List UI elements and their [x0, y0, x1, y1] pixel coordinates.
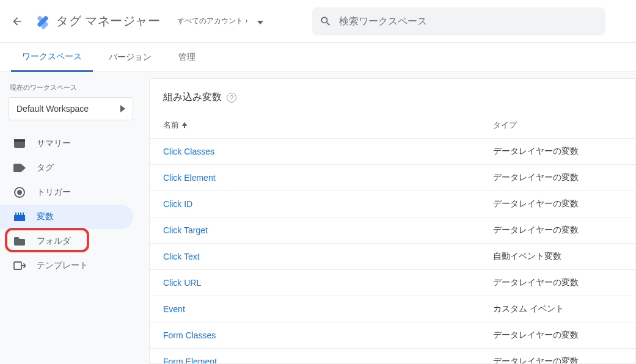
current-workspace-label: 現在のワークスペース [0, 79, 142, 97]
variable-type: データレイヤーの変数 [493, 277, 622, 288]
sidebar-item-variables[interactable]: 変数 [0, 205, 133, 229]
main-panel: 組み込み変数 ? 名前 タイプ Click Classesデータレイヤーの変数C… [149, 78, 636, 364]
sidebar-item-folders[interactable]: フォルダ [0, 229, 133, 253]
table-row: Click URLデータレイヤーの変数 [150, 269, 635, 296]
tab-workspace[interactable]: ワークスペース [11, 43, 93, 72]
account-dropdown-caret[interactable] [257, 16, 263, 27]
svg-rect-4 [14, 139, 25, 142]
table-row: Eventカスタム イベント [150, 296, 635, 322]
table-row: Click Elementデータレイヤーの変数 [150, 164, 635, 191]
variable-name-link[interactable]: Click Classes [163, 147, 493, 156]
sidebar-item-summary[interactable]: サマリー [0, 131, 133, 156]
sidebar-item-label: サマリー [37, 138, 71, 149]
chevron-right-icon [120, 105, 125, 112]
tag-manager-logo-icon [34, 13, 51, 30]
sort-asc-icon [181, 122, 188, 128]
back-button[interactable] [5, 9, 29, 34]
template-icon [13, 260, 26, 272]
table-body: Click Classesデータレイヤーの変数Click Elementデータレ… [150, 138, 635, 364]
table-row: Form Classesデータレイヤーの変数 [150, 322, 635, 348]
variable-name-link[interactable]: Click ID [163, 199, 493, 209]
breadcrumb-parent: すべてのアカウント › [177, 16, 247, 26]
variable-name-link[interactable]: Form Classes [163, 330, 493, 340]
folder-icon [13, 235, 26, 247]
account-breadcrumb[interactable]: すべてのアカウント › [177, 16, 247, 26]
summary-icon [13, 137, 26, 150]
variable-name-link[interactable]: Event [163, 304, 493, 314]
variable-icon [13, 211, 26, 223]
variable-type: データレイヤーの変数 [493, 146, 622, 157]
sidebar-item-tags[interactable]: タグ [0, 156, 133, 180]
variable-name-link[interactable]: Form Element [163, 357, 493, 364]
table-row: Form Elementデータレイヤーの変数 [150, 348, 635, 364]
sidebar-item-label: テンプレート [37, 260, 88, 271]
content-area: 現在のワークスペース Default Workspace サマリー タグ トリガ… [0, 72, 636, 364]
table-row: Click Targetデータレイヤーの変数 [150, 217, 635, 243]
trigger-icon [13, 186, 26, 198]
svg-point-6 [18, 191, 21, 194]
tab-version[interactable]: バージョン [98, 43, 163, 72]
variable-type: データレイヤーの変数 [493, 172, 622, 183]
variable-type: データレイヤーの変数 [493, 225, 622, 236]
section-title-text: 組み込み変数 [163, 91, 222, 104]
sidebar-item-label: フォルダ [37, 236, 71, 247]
workspace-selector[interactable]: Default Workspace [9, 97, 133, 120]
table-row: Click IDデータレイヤーの変数 [150, 191, 635, 217]
svg-rect-8 [184, 125, 185, 128]
variable-type: データレイヤーの変数 [493, 356, 622, 364]
table-header: 名前 タイプ [150, 109, 635, 138]
variable-type: データレイヤーの変数 [493, 198, 622, 209]
sidebar-item-label: トリガー [37, 187, 71, 198]
variable-type: 自動イベント変数 [493, 251, 622, 262]
workspace-selector-value: Default Workspace [16, 104, 89, 114]
col-header-type[interactable]: タイプ [493, 120, 622, 131]
arrow-left-icon [11, 15, 23, 27]
sidebar: 現在のワークスペース Default Workspace サマリー タグ トリガ… [0, 72, 142, 364]
variable-name-link[interactable]: Click Text [163, 252, 493, 261]
variable-type: データレイヤーの変数 [493, 330, 622, 341]
search-input[interactable] [339, 16, 598, 27]
sidebar-item-label: タグ [37, 162, 54, 173]
variable-type: カスタム イベント [493, 304, 622, 315]
sidebar-item-templates[interactable]: テンプレート [0, 253, 133, 278]
variable-name-link[interactable]: Click Element [163, 173, 493, 183]
section-title: 組み込み変数 ? [150, 79, 635, 109]
search-box[interactable] [312, 7, 605, 35]
caret-down-icon [257, 21, 263, 24]
variable-name-link[interactable]: Click URL [163, 278, 493, 288]
sidebar-item-label: 変数 [37, 211, 54, 222]
table-row: Click Classesデータレイヤーの変数 [150, 138, 635, 164]
table-row: Click Text自動イベント変数 [150, 243, 635, 269]
logo-area[interactable]: タグ マネージャー [34, 13, 160, 30]
tag-icon [13, 162, 26, 174]
sidebar-item-triggers[interactable]: トリガー [0, 180, 133, 205]
variable-name-link[interactable]: Click Target [163, 225, 493, 235]
search-icon [320, 15, 332, 27]
topbar: タグ マネージャー すべてのアカウント › [0, 0, 636, 43]
app-title: タグ マネージャー [56, 13, 160, 29]
tab-admin[interactable]: 管理 [167, 43, 207, 72]
main-tabs: ワークスペース バージョン 管理 [0, 43, 636, 72]
svg-rect-7 [14, 262, 21, 269]
col-header-name[interactable]: 名前 [163, 120, 493, 131]
help-icon[interactable]: ? [227, 93, 236, 103]
